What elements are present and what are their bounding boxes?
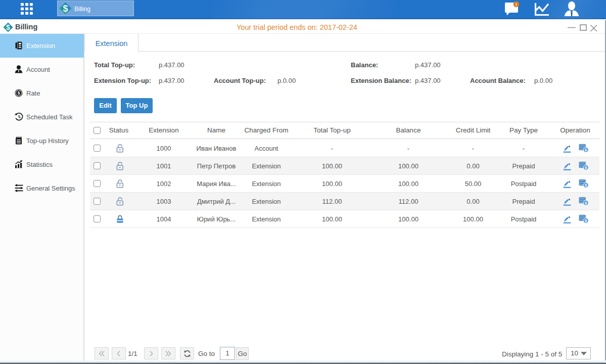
svg-text:$: $ (63, 4, 68, 14)
svg-text:$: $ (18, 90, 20, 96)
svg-text:$: $ (6, 23, 10, 31)
svg-text:!: ! (516, 2, 517, 7)
